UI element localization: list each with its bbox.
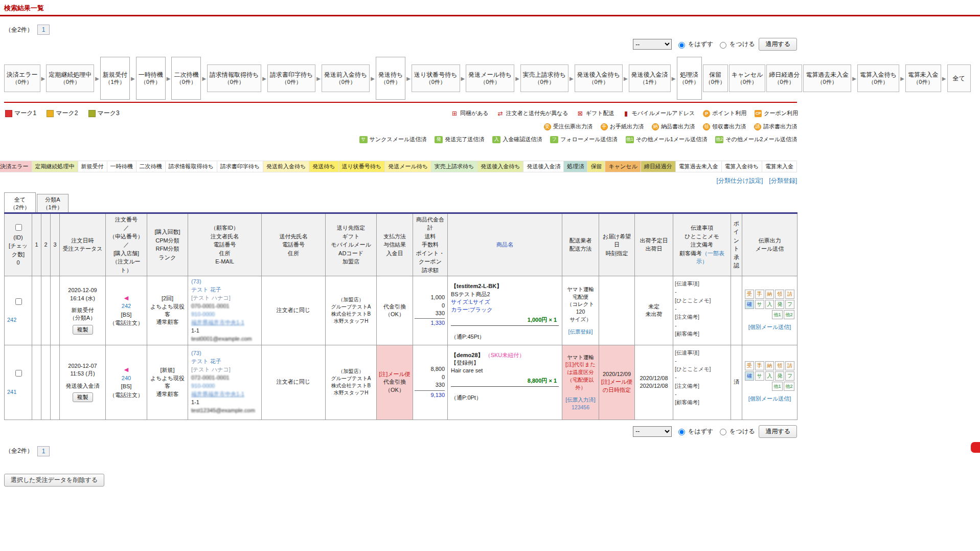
select-all-checkbox[interactable] [15,224,22,231]
customer-id-link[interactable]: (73) [191,349,260,358]
destination-cell: （加盟店） グループテストA 株式会社テストB 水野スタッフH [326,345,377,420]
slip-button-tegami[interactable]: 手 [755,361,764,370]
row-checkbox[interactable] [15,370,22,377]
status-tab[interactable]: 二次待機 （0件） [171,57,201,100]
status-tab[interactable]: 決済エラー （0件） [4,64,40,92]
order-status: 発送後入金済 [61,382,104,390]
mail-button-hasso[interactable]: 発 [775,371,784,381]
slip-register-link[interactable]: [伝票登録] [564,328,597,336]
status-tab[interactable]: 発送メール待ち （0件） [466,64,514,92]
status-tab[interactable]: 発送前入金待ち （0件） [322,64,370,92]
customer-name-link[interactable]: テスト 花子 [191,286,260,294]
row-checkbox[interactable] [15,298,22,305]
slip-button-ryoshu[interactable]: 領 [775,290,784,299]
slip-entered-link[interactable]: [伝票入力済] [564,396,597,404]
mail-button-other1[interactable]: 他1 [772,382,783,391]
bulk-mark-select[interactable]: -- [633,426,672,437]
slip-button-kakunin[interactable]: 確 [745,300,754,309]
category-register-link[interactable]: [分類登録] [769,177,797,185]
customer-id-link[interactable]: (73) [191,278,260,286]
category-tab-a[interactable]: 分類A （1件） [37,194,69,212]
payment-cell: [注]メール便 代金引換 （OK） [377,345,413,420]
mark2-cell [41,345,51,420]
status-tab[interactable]: 処理済 （0件） [677,57,702,100]
slip-button-nohin[interactable]: 納 [765,361,774,370]
slip-button-juchu[interactable]: 受 [745,290,754,299]
apply-button[interactable]: 適用する [759,38,797,51]
mail-button-thanks[interactable]: サ [755,371,764,381]
radio-remove-option[interactable]: をはずす [676,427,713,436]
category-tab-all[interactable]: 全て （2件） [4,192,36,212]
mail-button-other2[interactable]: 他2 [784,382,794,391]
slip-button-ryoshu[interactable]: 領 [775,361,784,370]
status-color-chip: 一時待機 [107,161,136,172]
customer-name-link[interactable]: テスト 花子 [191,358,260,366]
order-id-link[interactable]: 241 [6,388,30,396]
mail-button-nyukin[interactable]: 入 [765,371,774,381]
mail-button-thanks[interactable]: サ [755,300,764,309]
status-tab[interactable]: 電算過去未入金 （0件） [803,64,851,92]
mail-button-other1[interactable]: 他1 [772,310,783,319]
col-header-memo: 伝達事項 ひとことメモ 注文備考 顧客備考（一部表示） [673,213,731,276]
product-cell: 【demo28】 （SKU未紐付） 【登録例】 Hair care set 8,… [448,345,562,420]
individual-mail-link[interactable]: [個別メール送信] [744,323,795,331]
slip-button-seikyu[interactable]: 請 [785,361,794,370]
legend-item: 領 領収書出力済 [703,123,746,130]
status-tab[interactable]: 一時待機 （0件） [136,57,166,100]
related-order-link[interactable]: 242 [107,302,145,311]
legend-item: 納 納品書出力済 [652,123,695,130]
chat-widget[interactable] [971,442,980,453]
status-tab[interactable]: 全て [947,64,971,92]
status-tab[interactable]: 定期継続処理中 （0件） [46,64,94,92]
radio-remove-option[interactable]: をはずす [676,40,713,49]
category-sort-settings-link[interactable]: [分類仕分け設定] [716,177,763,185]
slip-button-kakunin[interactable]: 確 [745,371,754,381]
status-tab[interactable]: キャンセル （0件） [729,64,765,92]
duplicate-button[interactable]: 複製 [73,392,93,402]
status-tab[interactable]: 請求情報取得待ち （0件） [207,64,261,92]
individual-mail-link[interactable]: [個別メール送信] [744,395,795,403]
radio-add-option[interactable]: をつける [717,427,755,436]
slip-button-juchu[interactable]: 受 [745,361,754,370]
status-tab[interactable]: 発送後入金待ち （0件） [575,64,623,92]
status-tab[interactable]: 請求書印字待ち （0件） [267,64,315,92]
status-tab[interactable]: 発送待ち （0件） [376,57,405,100]
page-number-button[interactable]: 1 [37,446,50,456]
radio-add-option[interactable]: をつける [717,40,755,49]
delete-selected-button[interactable]: 選択した受注データを削除する [4,474,104,487]
legend-item: P ポイント利用 [703,109,746,117]
row-select-cell: 241 [5,345,32,420]
status-color-legend: 決済エラー 定期継続処理中 新規受付 一時待機 二次待機 請求情報取得待ち 請求… [4,161,797,172]
slip-button-nohin[interactable]: 納 [765,290,774,299]
status-tab[interactable]: 電算未入金 （0件） [905,64,941,92]
status-tab[interactable]: 締日経過分 （0件） [766,64,802,92]
status-color-chip: 請求書印字待ち [217,161,263,172]
status-tab[interactable]: 保留 （0件） [703,64,728,92]
status-tab[interactable]: 新規受付 （1件） [100,57,130,100]
order-row: 242 2020-12-09 16:14 (水) 新規受付 （分類A） 複製 ◀… [5,276,797,345]
radio-add-input[interactable] [720,42,726,49]
mail-button-follow[interactable]: フ [785,300,794,309]
status-tab[interactable]: 実売上請求待ち （0件） [520,64,568,92]
bulk-mark-select[interactable]: -- [633,39,672,50]
mail-button-follow[interactable]: フ [785,371,794,381]
slip-button-seikyu[interactable]: 請 [785,290,794,299]
radio-remove-input[interactable] [678,429,685,435]
duplicate-button[interactable]: 複製 [73,325,93,335]
mail-button-nyukin[interactable]: 入 [765,300,774,309]
page-number-button[interactable]: 1 [37,25,50,35]
product-price: 8,800円 × 1 [451,376,559,387]
mail-button-other2[interactable]: 他2 [784,310,794,319]
destination-cell: （加盟店） グループテストA 株式会社テストB 水野スタッフH [326,276,377,345]
mail-button-hasso[interactable]: 発 [775,300,784,309]
radio-remove-input[interactable] [678,42,685,49]
order-id-link[interactable]: 242 [6,316,30,324]
product-options[interactable]: サイズ:Lサイズ カラー:ブラック [451,298,559,314]
radio-add-input[interactable] [720,429,726,435]
slip-button-tegami[interactable]: 手 [755,290,764,299]
status-tab[interactable]: 送り状番号待ち （0件） [412,64,460,92]
related-order-link[interactable]: 240 [107,374,145,383]
apply-button[interactable]: 適用する [759,425,797,438]
status-tab[interactable]: 電算入金待ち （0件） [857,64,899,92]
status-tab[interactable]: 発送後入金済 （1件） [629,64,671,92]
